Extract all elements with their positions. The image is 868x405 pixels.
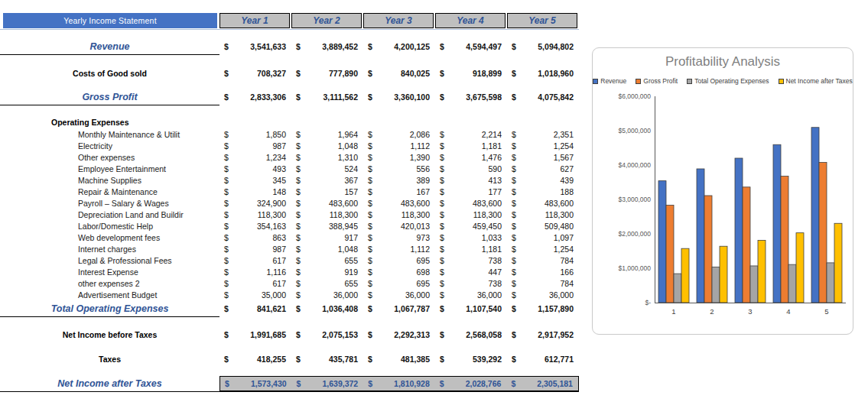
cell-legal-professional-fees-year3[interactable]: $695 bbox=[363, 254, 435, 266]
cell-payroll-salary-wages-year2[interactable]: $483,600 bbox=[291, 197, 363, 209]
cell-employee-entertainment-year2[interactable]: $524 bbox=[291, 163, 363, 174]
cell-depreciation-land-and-buildir-year1[interactable]: $118,300 bbox=[219, 209, 291, 220]
cell-gross-profit-year2[interactable]: $3,111,562 bbox=[291, 89, 363, 105]
row-label[interactable]: Repair & Maintenance bbox=[0, 186, 219, 197]
cell-internet-charges-year5[interactable]: $1,254 bbox=[507, 243, 579, 254]
cell-advertisement-budget-year2[interactable]: $36,000 bbox=[291, 289, 363, 300]
cell-other-expenses-year4[interactable]: $1,476 bbox=[435, 151, 507, 163]
cell-total-operating-expenses-year4[interactable]: $1,107,540 bbox=[435, 300, 507, 317]
cell-net-income-before-taxes-year1[interactable]: $1,991,685 bbox=[219, 329, 291, 341]
cell-internet-charges-year1[interactable]: $987 bbox=[219, 243, 291, 254]
cell-repair-maintenance-year1[interactable]: $148 bbox=[219, 186, 291, 197]
row-label[interactable]: Gross Profit bbox=[0, 89, 219, 105]
row-label[interactable]: Employee Entertainment bbox=[0, 163, 219, 174]
row-label[interactable]: Interest Expense bbox=[0, 266, 219, 277]
cell-net-income-before-taxes-year4[interactable]: $2,568,058 bbox=[435, 329, 507, 341]
cell-revenue-year1[interactable]: $3,541,633 bbox=[219, 38, 291, 55]
cell-labor-domestic-help-year1[interactable]: $354,163 bbox=[219, 220, 291, 232]
row-label[interactable]: Advertisement Budget bbox=[0, 289, 219, 300]
cell-payroll-salary-wages-year3[interactable]: $483,600 bbox=[363, 197, 435, 209]
cell-depreciation-land-and-buildir-year5[interactable]: $118,300 bbox=[507, 209, 579, 220]
cell-repair-maintenance-year2[interactable]: $157 bbox=[291, 186, 363, 197]
row-label[interactable]: Taxes bbox=[0, 353, 219, 365]
row-label[interactable]: Labor/Domestic Help bbox=[0, 220, 219, 232]
row-label[interactable]: Net Income after Taxes bbox=[0, 376, 219, 392]
cell-advertisement-budget-year4[interactable]: $36,000 bbox=[435, 289, 507, 300]
cell-depreciation-land-and-buildir-year3[interactable]: $118,300 bbox=[363, 209, 435, 220]
row-label[interactable]: Legal & Professional Fees bbox=[0, 254, 219, 266]
cell-legal-professional-fees-year2[interactable]: $655 bbox=[291, 254, 363, 266]
row-label[interactable]: Other expenses bbox=[0, 151, 219, 163]
cell-gross-profit-year5[interactable]: $4,075,842 bbox=[507, 89, 579, 105]
cell-advertisement-budget-year5[interactable]: $36,000 bbox=[507, 289, 579, 300]
cell-web-development-fees-year4[interactable]: $1,033 bbox=[435, 232, 507, 243]
cell-web-development-fees-year3[interactable]: $973 bbox=[363, 232, 435, 243]
cell-gross-profit-year1[interactable]: $2,833,306 bbox=[219, 89, 291, 105]
cell-gross-profit-year3[interactable]: $3,360,100 bbox=[363, 89, 435, 105]
cell-web-development-fees-year1[interactable]: $863 bbox=[219, 232, 291, 243]
cell-payroll-salary-wages-year1[interactable]: $324,900 bbox=[219, 197, 291, 209]
row-label[interactable]: Electricity bbox=[0, 140, 219, 151]
cell-legal-professional-fees-year5[interactable]: $784 bbox=[507, 254, 579, 266]
cell-revenue-year2[interactable]: $3,889,452 bbox=[291, 38, 363, 55]
cell-gross-profit-year4[interactable]: $3,675,598 bbox=[435, 89, 507, 105]
cell-depreciation-land-and-buildir-year4[interactable]: $118,300 bbox=[435, 209, 507, 220]
row-label[interactable]: other expenses 2 bbox=[0, 277, 219, 289]
cell-total-operating-expenses-year5[interactable]: $1,157,890 bbox=[507, 300, 579, 317]
cell-machine-supplies-year2[interactable]: $367 bbox=[291, 174, 363, 186]
cell-repair-maintenance-year4[interactable]: $177 bbox=[435, 186, 507, 197]
cell-other-expenses-year5[interactable]: $1,567 bbox=[507, 151, 579, 163]
cell-employee-entertainment-year4[interactable]: $590 bbox=[435, 163, 507, 174]
cell-labor-domestic-help-year5[interactable]: $509,480 bbox=[507, 220, 579, 232]
cell-monthly-maintenance-utilit-year2[interactable]: $1,964 bbox=[291, 128, 363, 140]
cell-other-expenses-2-year4[interactable]: $738 bbox=[435, 277, 507, 289]
cell-payroll-salary-wages-year4[interactable]: $483,600 bbox=[435, 197, 507, 209]
cell-net-income-after-taxes-year3[interactable]: $1,810,928 bbox=[363, 377, 435, 390]
cell-legal-professional-fees-year4[interactable]: $738 bbox=[435, 254, 507, 266]
cell-monthly-maintenance-utilit-year3[interactable]: $2,086 bbox=[363, 128, 435, 140]
cell-electricity-year5[interactable]: $1,254 bbox=[507, 140, 579, 151]
cell-taxes-year2[interactable]: $435,781 bbox=[291, 353, 363, 365]
cell-payroll-salary-wages-year5[interactable]: $483,600 bbox=[507, 197, 579, 209]
row-label[interactable]: Web development fees bbox=[0, 232, 219, 243]
cell-interest-expense-year4[interactable]: $447 bbox=[435, 266, 507, 277]
cell-depreciation-land-and-buildir-year2[interactable]: $118,300 bbox=[291, 209, 363, 220]
cell-other-expenses-2-year2[interactable]: $655 bbox=[291, 277, 363, 289]
cell-net-income-before-taxes-year5[interactable]: $2,917,952 bbox=[507, 329, 579, 341]
cell-net-income-after-taxes-year5[interactable]: $2,305,181 bbox=[506, 377, 578, 390]
year-header-3[interactable]: Year 3 bbox=[363, 13, 434, 28]
cell-other-expenses-2-year5[interactable]: $784 bbox=[507, 277, 579, 289]
cell-taxes-year3[interactable]: $481,385 bbox=[363, 353, 435, 365]
cell-total-operating-expenses-year3[interactable]: $1,067,787 bbox=[363, 300, 435, 317]
cell-web-development-fees-year2[interactable]: $917 bbox=[291, 232, 363, 243]
row-label[interactable]: Net Income before Taxes bbox=[0, 329, 219, 341]
row-label[interactable]: Revenue bbox=[0, 38, 219, 55]
row-label[interactable]: Depreciation Land and Buildir bbox=[0, 209, 219, 220]
cell-net-income-after-taxes-year4[interactable]: $2,028,766 bbox=[435, 377, 507, 390]
cell-revenue-year3[interactable]: $4,200,125 bbox=[363, 38, 435, 55]
cell-legal-professional-fees-year1[interactable]: $617 bbox=[219, 254, 291, 266]
cell-net-income-before-taxes-year2[interactable]: $2,075,153 bbox=[291, 329, 363, 341]
cell-machine-supplies-year1[interactable]: $345 bbox=[219, 174, 291, 186]
cell-interest-expense-year5[interactable]: $166 bbox=[507, 266, 579, 277]
row-label[interactable]: Payroll – Salary & Wages bbox=[0, 197, 219, 209]
cell-net-income-after-taxes-year2[interactable]: $1,639,372 bbox=[292, 377, 364, 390]
cell-machine-supplies-year5[interactable]: $439 bbox=[507, 174, 579, 186]
profitability-chart[interactable]: Profitability Analysis RevenueGross Prof… bbox=[592, 47, 853, 335]
cell-net-income-before-taxes-year3[interactable]: $2,292,313 bbox=[363, 329, 435, 341]
row-label[interactable]: Monthly Maintenance & Utilit bbox=[0, 128, 219, 140]
year-header-5[interactable]: Year 5 bbox=[507, 13, 577, 28]
cell-costs-of-good-sold-year1[interactable]: $708,327 bbox=[219, 67, 291, 79]
cell-internet-charges-year4[interactable]: $1,181 bbox=[435, 243, 507, 254]
cell-machine-supplies-year4[interactable]: $413 bbox=[435, 174, 507, 186]
cell-electricity-year1[interactable]: $987 bbox=[219, 140, 291, 151]
cell-advertisement-budget-year1[interactable]: $35,000 bbox=[219, 289, 291, 300]
cell-electricity-year3[interactable]: $1,112 bbox=[363, 140, 435, 151]
cell-costs-of-good-sold-year5[interactable]: $1,018,960 bbox=[507, 67, 579, 79]
cell-labor-domestic-help-year3[interactable]: $420,013 bbox=[363, 220, 435, 232]
cell-other-expenses-year1[interactable]: $1,234 bbox=[219, 151, 291, 163]
cell-labor-domestic-help-year4[interactable]: $459,450 bbox=[435, 220, 507, 232]
cell-taxes-year1[interactable]: $418,255 bbox=[219, 353, 291, 365]
cell-total-operating-expenses-year1[interactable]: $841,621 bbox=[219, 300, 291, 317]
cell-taxes-year5[interactable]: $612,771 bbox=[507, 353, 579, 365]
